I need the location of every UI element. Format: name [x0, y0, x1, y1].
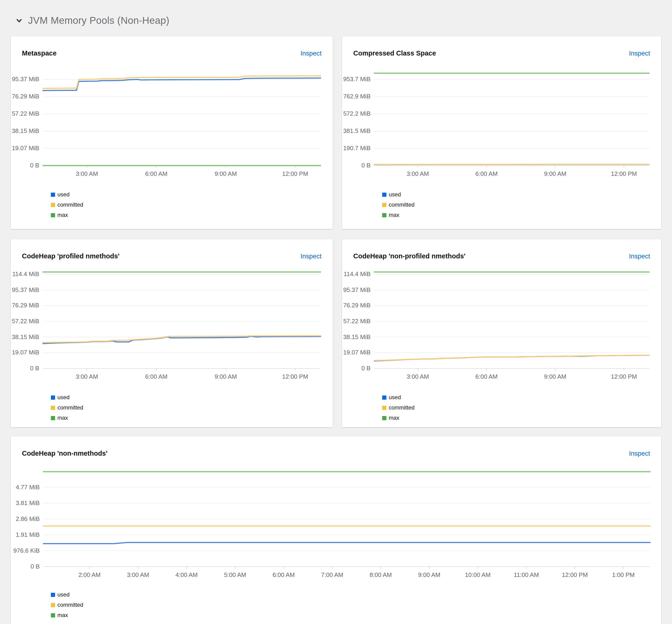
y-axis-tick-label: 38.15 MiB [343, 333, 371, 341]
legend-swatch-used [51, 395, 55, 400]
x-axis-tick-label: 12:00 PM [271, 170, 319, 178]
x-axis-tick-label: 9:00 AM [531, 170, 580, 178]
legend-item-committed: committed [51, 404, 322, 411]
legend-swatch-committed [382, 203, 387, 207]
chart-legend: used committed max [382, 191, 650, 219]
legend-label-used: used [57, 191, 70, 198]
inspect-link[interactable]: Inspect [629, 449, 650, 458]
compressed-class-space-chart-plot: 953.7 MiB762.9 MiB572.2 MiB381.5 MiB190.… [353, 59, 650, 181]
chevron-down-icon [16, 17, 22, 24]
legend-item-committed: committed [382, 404, 650, 411]
y-axis-tick-label: 114.4 MiB [13, 270, 39, 278]
y-axis-tick-label: 3.81 MiB [16, 499, 40, 507]
y-axis-tick-label: 0 B [362, 365, 371, 372]
x-axis-tick-label: 9:00 AM [531, 373, 580, 381]
x-axis-tick-label: 6:00 AM [462, 373, 511, 381]
x-axis-tick-label: 12:00 PM [551, 571, 599, 579]
x-axis-tick-label: 9:00 AM [201, 170, 250, 178]
x-axis-tick-label: 1:00 PM [599, 571, 648, 579]
chart-canvas [353, 262, 650, 384]
card-compressed-class-space: Compressed Class Space Inspect 953.7 MiB… [342, 36, 661, 229]
x-axis-tick-label: 9:00 AM [405, 571, 454, 579]
chart-title: CodeHeap 'non-nmethods' [22, 449, 107, 458]
y-axis-tick-label: 95.37 MiB [12, 76, 39, 83]
x-axis-tick-label: 6:00 AM [132, 373, 181, 381]
y-axis-tick-label: 0 B [30, 365, 39, 372]
chart-legend: used committed max [51, 591, 650, 619]
card-codeheap-non-profiled: CodeHeap 'non-profiled nmethods' Inspect… [342, 239, 661, 427]
legend-item-used: used [51, 394, 322, 401]
inspect-link[interactable]: Inspect [629, 49, 650, 58]
x-axis-tick-label: 6:00 AM [132, 170, 181, 178]
legend-label-max: max [389, 415, 399, 422]
y-axis-tick-label: 19.07 MiB [12, 145, 39, 152]
y-axis-tick-label: 0 B [30, 563, 40, 570]
legend-swatch-committed [382, 406, 387, 410]
x-axis-tick-label: 10:00 AM [454, 571, 502, 579]
x-axis-tick-label: 5:00 AM [211, 571, 259, 579]
x-axis-tick-label: 6:00 AM [259, 571, 308, 579]
y-axis-tick-label: 976.6 KiB [13, 547, 40, 554]
legend-swatch-used [51, 192, 55, 197]
used-series-line [43, 78, 321, 91]
card-codeheap-non-nmethods: CodeHeap 'non-nmethods' Inspect 4.77 MiB… [11, 437, 661, 624]
legend-label-committed: committed [57, 202, 83, 208]
jvm-memory-pools-dashboard: JVM Memory Pools (Non-Heap) Metaspace In… [0, 0, 672, 624]
legend-item-committed: committed [51, 202, 322, 208]
committed-series-line [374, 355, 649, 361]
x-axis-tick-label: 2:00 AM [65, 571, 114, 579]
chart-legend: used committed max [51, 191, 322, 219]
legend-label-committed: committed [389, 202, 415, 208]
legend-item-max: max [51, 212, 322, 219]
legend-swatch-max [51, 213, 55, 217]
y-axis-tick-label: 76.29 MiB [12, 302, 39, 309]
legend-swatch-committed [51, 203, 55, 207]
codeheap-non-nmethods-chart-plot: 4.77 MiB3.81 MiB2.86 MiB1.91 MiB976.6 Ki… [22, 459, 650, 582]
x-axis-tick-label: 3:00 AM [114, 571, 163, 579]
legend-swatch-max [51, 613, 55, 618]
charts-row-1: Metaspace Inspect 95.37 MiB76.29 MiB57.2… [11, 36, 661, 229]
chart-legend: used committed max [51, 394, 322, 422]
y-axis-tick-label: 762.9 MiB [343, 93, 371, 101]
y-axis-tick-label: 1.91 MiB [16, 531, 40, 539]
chart-canvas [22, 262, 322, 384]
charts-row-2: CodeHeap 'profiled nmethods' Inspect 114… [11, 239, 661, 427]
y-axis-tick-label: 572.2 MiB [343, 110, 371, 118]
legend-swatch-max [51, 416, 55, 420]
legend-swatch-used [382, 192, 387, 197]
y-axis-tick-label: 38.15 MiB [12, 127, 39, 135]
x-axis-tick-label: 3:00 AM [63, 170, 111, 178]
section-toggle[interactable]: JVM Memory Pools (Non-Heap) [11, 0, 661, 29]
legend-swatch-used [382, 395, 387, 400]
y-axis-tick-label: 190.7 MiB [343, 145, 371, 152]
legend-item-used: used [382, 191, 650, 198]
y-axis-tick-label: 19.07 MiB [12, 349, 39, 357]
inspect-link[interactable]: Inspect [301, 251, 322, 261]
y-axis-tick-label: 38.15 MiB [12, 333, 39, 341]
legend-label-used: used [57, 394, 70, 401]
x-axis-tick-label: 3:00 AM [63, 373, 111, 381]
x-axis-tick-label: 8:00 AM [356, 571, 405, 579]
legend-label-committed: committed [57, 602, 83, 608]
x-axis-tick-label: 6:00 AM [462, 170, 511, 178]
inspect-link[interactable]: Inspect [629, 251, 650, 261]
used-series-line [43, 336, 321, 343]
legend-item-committed: committed [382, 202, 650, 208]
legend-item-max: max [382, 415, 650, 422]
y-axis-tick-label: 4.77 MiB [16, 484, 40, 491]
committed-series-line [374, 164, 649, 165]
chart-title: CodeHeap 'non-profiled nmethods' [353, 251, 466, 261]
y-axis-tick-label: 57.22 MiB [12, 110, 39, 118]
x-axis-tick-label: 11:00 AM [502, 571, 551, 579]
y-axis-tick-label: 0 B [30, 162, 39, 169]
x-axis-tick-label: 12:00 PM [600, 170, 648, 178]
inspect-link[interactable]: Inspect [301, 49, 322, 58]
legend-label-used: used [389, 191, 401, 198]
codeheap-profiled-chart-plot: 114.4 MiB95.37 MiB76.29 MiB57.22 MiB38.1… [22, 262, 322, 384]
legend-label-max: max [57, 212, 68, 219]
legend-label-used: used [57, 591, 70, 598]
codeheap-non-profiled-chart-plot: 114.4 MiB95.37 MiB76.29 MiB57.22 MiB38.1… [353, 262, 650, 384]
legend-swatch-max [382, 416, 387, 420]
legend-label-used: used [389, 394, 401, 401]
metaspace-chart-plot: 95.37 MiB76.29 MiB57.22 MiB38.15 MiB19.0… [22, 59, 322, 181]
